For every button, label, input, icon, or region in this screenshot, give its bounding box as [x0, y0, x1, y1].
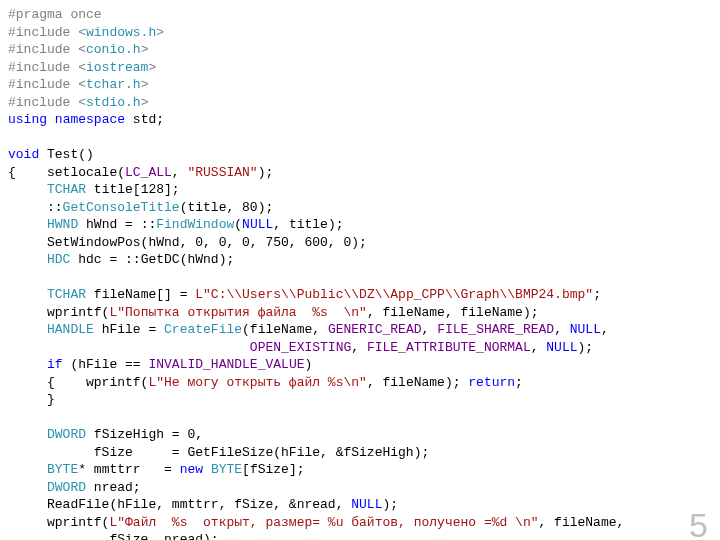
code-line: #include <windows.h>: [8, 24, 720, 42]
code-line: DWORD fSizeHigh = 0,: [8, 426, 720, 444]
code-line: wprintf(L"Файл %s открыт, размер= %u бай…: [8, 514, 720, 532]
code-line: { setlocale(LC_ALL, "RUSSIAN");: [8, 164, 720, 182]
code-line: TCHAR fileName[] = L"C:\\Users\\Public\\…: [8, 286, 720, 304]
code-line: wprintf(L"Попытка открытия файла %s \n",…: [8, 304, 720, 322]
code-line: void Test(): [8, 146, 720, 164]
code-line: HANDLE hFile = CreateFile(fileName, GENE…: [8, 321, 720, 339]
code-line: HDC hdc = ::GetDC(hWnd);: [8, 251, 720, 269]
code-line: [8, 269, 720, 287]
code-line: #include <conio.h>: [8, 41, 720, 59]
code-line: ReadFile(hFile, mmttrr, fSize, &nread, N…: [8, 496, 720, 514]
code-slide: #pragma once #include <windows.h> #inclu…: [0, 0, 720, 540]
code-line: TCHAR title[128];: [8, 181, 720, 199]
code-line: HWND hWnd = ::FindWindow(NULL, title);: [8, 216, 720, 234]
code-line: #include <stdio.h>: [8, 94, 720, 112]
code-line: if (hFile == INVALID_HANDLE_VALUE): [8, 356, 720, 374]
code-line: fSize = GetFileSize(hFile, &fSizeHigh);: [8, 444, 720, 462]
code-line: DWORD nread;: [8, 479, 720, 497]
code-line: [8, 409, 720, 427]
code-line: #include <iostream>: [8, 59, 720, 77]
code-line: { wprintf(L"Не могу открыть файл %s\n", …: [8, 374, 720, 392]
code-line: fSize, nread);: [8, 531, 720, 540]
code-line: }: [8, 391, 720, 409]
code-line: BYTE* mmttrr = new BYTE[fSize];: [8, 461, 720, 479]
page-number: 5: [689, 517, 708, 535]
code-line: #include <tchar.h>: [8, 76, 720, 94]
code-line: OPEN_EXISTING, FILE_ATTRIBUTE_NORMAL, NU…: [8, 339, 720, 357]
code-line: #pragma once: [8, 6, 720, 24]
code-line: ::GetConsoleTitle(title, 80);: [8, 199, 720, 217]
code-line: [8, 129, 720, 147]
code-line: using namespace std;: [8, 111, 720, 129]
code-line: SetWindowPos(hWnd, 0, 0, 0, 750, 600, 0)…: [8, 234, 720, 252]
